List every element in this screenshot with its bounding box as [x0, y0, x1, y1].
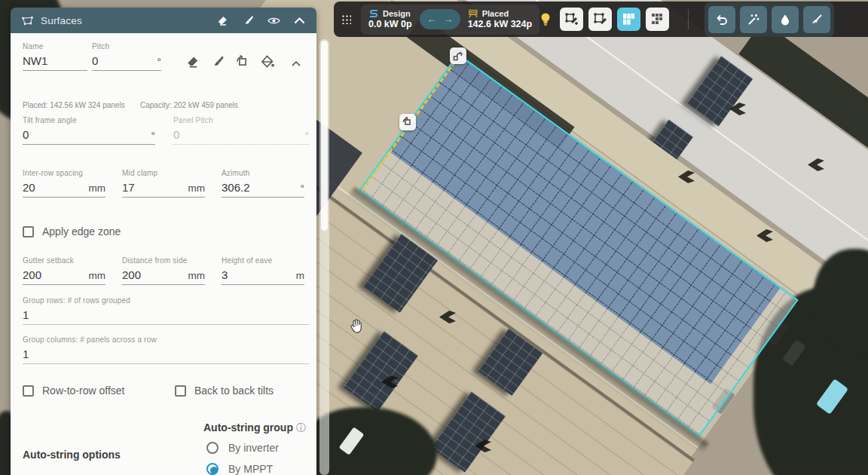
apply-edge-zone-checkbox[interactable] — [23, 226, 34, 238]
height-of-eave-unit: m — [296, 270, 304, 281]
group-rows-input[interactable] — [23, 308, 309, 321]
panel-pitch-input-disabled — [173, 128, 305, 141]
row-to-row-offset-checkbox[interactable] — [23, 385, 34, 397]
undo-button[interactable] — [708, 6, 735, 33]
paint-brush-icon[interactable] — [210, 54, 225, 69]
collapse-chevron-icon[interactable] — [293, 14, 306, 27]
panel-title: Surfaces — [41, 15, 82, 26]
placed-rack-icon — [468, 9, 478, 18]
tilt-frame-angle-label: Tilt frame angle — [23, 116, 155, 124]
move-arrow-icon — [453, 51, 463, 61]
rotate-handle[interactable] — [399, 114, 416, 130]
inter-row-spacing-label: Inter-row spacing — [23, 169, 105, 177]
gutter-setback-unit: mm — [89, 270, 106, 281]
app-window: Design 0.0 kW 0p ← → Placed — [0, 0, 868, 475]
by-inverter-radio[interactable] — [206, 442, 219, 454]
history-arrows[interactable]: ← → — [420, 9, 460, 29]
row-to-row-offset-label: Row-to-row offset — [42, 385, 124, 397]
rotate-arrow-icon — [402, 117, 413, 127]
surfaces-panel: Surfaces Name — [11, 8, 316, 475]
placed-summary: Placed: 142.56 kW 324 panels — [23, 101, 125, 109]
panel-pitch-label: Panel Pitch — [173, 116, 309, 124]
droplet-button[interactable] — [772, 6, 799, 33]
map-actions-group — [704, 2, 834, 37]
eraser-icon[interactable] — [216, 14, 229, 27]
panel-layout-icon — [650, 12, 665, 26]
broom-button[interactable] — [803, 6, 830, 33]
pitch-unit: ° — [157, 56, 161, 67]
tilt-frame-angle-unit: ° — [151, 130, 155, 141]
draw-polygon-add-icon — [564, 12, 579, 26]
azimuth-label: Azimuth — [222, 169, 304, 177]
name-label: Name — [23, 42, 87, 51]
stringing-icon — [368, 9, 379, 18]
magic-wand-button[interactable] — [740, 6, 767, 33]
auto-string-options-label: Auto-string options — [23, 449, 121, 461]
eye-icon[interactable] — [267, 14, 280, 27]
hand-cursor — [350, 318, 363, 333]
panel-pitch-unit: ° — [305, 130, 309, 141]
existing-pv-array — [344, 331, 418, 412]
apply-edge-zone-label: Apply edge zone — [42, 225, 121, 238]
azimuth-input[interactable] — [222, 181, 301, 194]
lightbulb-icon[interactable] — [539, 11, 552, 28]
group-rows-label: Group rows: # of rows grouped — [23, 296, 309, 305]
design-label: Design — [383, 9, 411, 19]
panel-layout-tool-button[interactable] — [646, 8, 669, 31]
paint-brush-icon[interactable] — [242, 14, 255, 27]
draw-panel-group-button[interactable] — [588, 8, 612, 31]
mid-clamp-label: Mid clamp — [122, 169, 205, 177]
mid-clamp-unit: mm — [188, 182, 206, 194]
group-columns-label: Group columns: # panels across a row — [23, 336, 309, 344]
back-to-back-tilts-checkbox[interactable] — [175, 385, 186, 397]
back-arrow-icon[interactable]: ← — [426, 14, 436, 25]
placed-value: 142.6 kW 324p — [468, 19, 532, 29]
broom-icon — [810, 13, 824, 26]
draw-polygon-icon — [593, 12, 607, 26]
gutter-setback-input[interactable] — [23, 268, 89, 281]
surfaces-panel-header[interactable]: Surfaces — [11, 8, 316, 33]
existing-pv-array — [431, 391, 506, 472]
mid-clamp-input[interactable] — [122, 181, 188, 194]
toolbar-divider — [688, 9, 689, 29]
draw-panel-group-add-button[interactable] — [560, 8, 583, 31]
magic-wand-icon — [747, 13, 760, 26]
height-of-eave-label: Height of eave — [222, 256, 304, 265]
placed-label: Placed — [482, 9, 509, 19]
height-of-eave-input[interactable] — [222, 268, 296, 281]
eraser-icon[interactable] — [185, 54, 200, 69]
surface-settings-form: Name Pitch ° — [11, 33, 316, 475]
inter-row-spacing-unit: mm — [89, 182, 106, 194]
move-handle[interactable] — [450, 48, 466, 64]
distance-from-side-label: Distance from side — [122, 256, 205, 265]
forward-arrow-icon[interactable]: → — [443, 14, 453, 25]
auto-string-group-label: Auto-string group — [203, 421, 293, 434]
design-stats-group: Design 0.0 kW 0p ← → Placed — [361, 5, 539, 35]
distance-from-side-unit: mm — [188, 270, 206, 281]
pitch-label: Pitch — [92, 42, 161, 51]
map-toolbar: Design 0.0 kW 0p ← → Placed — [334, 2, 868, 37]
panel-scrollbar-thumb[interactable] — [321, 41, 328, 231]
droplet-icon — [778, 13, 792, 26]
info-icon[interactable]: ⓘ — [296, 422, 306, 434]
distance-from-side-input[interactable] — [122, 268, 188, 281]
design-stat: Design 0.0 kW 0p — [368, 9, 412, 29]
paint-bucket-icon[interactable] — [260, 54, 275, 69]
pitch-input[interactable] — [92, 54, 157, 67]
name-input[interactable] — [23, 54, 87, 67]
tilt-frame-angle-input[interactable] — [23, 128, 151, 141]
group-columns-input[interactable] — [23, 348, 309, 360]
design-value: 0.0 kW 0p — [368, 19, 412, 29]
drag-dots-icon[interactable] — [341, 14, 351, 24]
card-collapse-chevron-icon[interactable] — [291, 60, 301, 67]
back-to-back-tilts-label: Back to back tilts — [194, 385, 274, 397]
panel-grid-icon — [622, 12, 636, 26]
azimuth-unit: ° — [301, 182, 304, 194]
undo-icon — [715, 13, 729, 26]
inter-row-spacing-input[interactable] — [23, 181, 89, 194]
rotate-icon[interactable] — [235, 54, 250, 69]
by-mppt-radio[interactable] — [206, 463, 219, 475]
by-mppt-label: By MPPT — [228, 463, 273, 475]
placed-stat: Placed 142.6 kW 324p — [468, 9, 532, 29]
panel-grid-tool-button-active[interactable] — [617, 8, 640, 31]
